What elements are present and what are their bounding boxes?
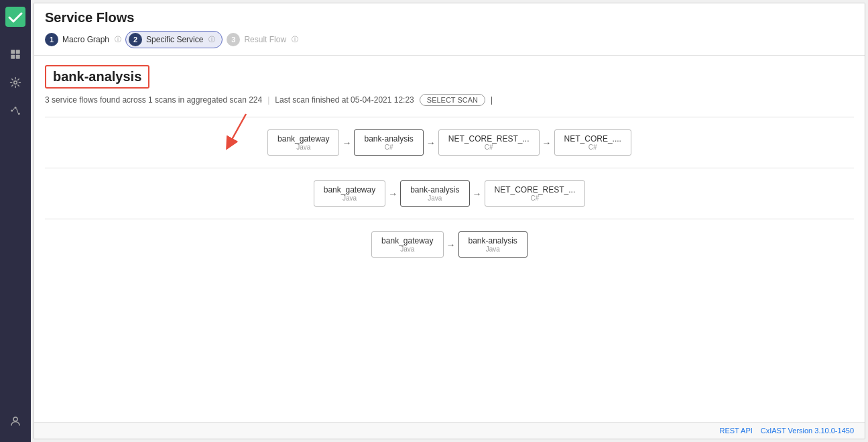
user-icon[interactable] [8,414,23,429]
last-scan-text: Last scan finished at 05-04-2021 12:23 [275,95,414,105]
node-bank-analysis-3[interactable]: bank-analysis Java [458,231,528,258]
step-1-macro-graph[interactable]: 1 Macro Graph ⓘ [45,33,121,46]
node-bank-gateway-1[interactable]: bank_gateway Java [267,129,339,156]
step-1-label: Macro Graph [62,35,109,44]
sidebar-bottom [8,407,23,435]
arrow-1-1: → [342,137,351,148]
flow-count-text: 3 service flows found across 1 scans in … [45,95,262,105]
select-scan-button[interactable]: SELECT SCAN [420,94,485,106]
flow-nodes-2: bank_gateway Java → bank-analysis Java →… [314,180,585,207]
step-2-specific-service[interactable]: 2 Specific Service ⓘ [125,31,223,48]
step-3-result-flow[interactable]: 3 Result Flow ⓘ [227,33,298,46]
arrow-1-2: → [426,137,436,148]
svg-point-8 [18,113,20,115]
flow-row-2: bank_gateway Java → bank-analysis Java →… [45,168,854,219]
node-bank-gateway-2[interactable]: bank_gateway Java [314,180,385,207]
svg-rect-2 [16,50,20,54]
arrow-1-3: → [542,137,552,148]
separator-2: | [491,95,493,105]
arrow-3-1: → [446,239,456,250]
sidebar [0,0,31,442]
flow-nodes-1: bank_gateway Java → bank-analysis C# → N… [267,129,631,156]
step-2-label: Specific Service [146,35,203,44]
flow-row-container-1: bank_gateway Java → bank-analysis C# → N… [45,117,854,168]
node-netcore-rest-1[interactable]: NET_CORE_REST_... C# [438,129,540,156]
node-bank-analysis-2[interactable]: bank-analysis Java [400,180,469,207]
svg-point-7 [15,107,17,109]
info-bar: 3 service flows found across 1 scans in … [45,94,854,106]
version-label: CxIAST Version 3.10.0-1450 [761,427,854,435]
page-footer: REST API CxIAST Version 3.10.0-1450 [34,422,865,439]
svg-line-10 [17,109,18,113]
svg-rect-4 [16,55,20,59]
step-1-circle: 1 [45,33,58,46]
node-netcore-1[interactable]: NET_CORE_.... C# [554,129,631,156]
settings-icon[interactable] [8,75,23,90]
svg-point-5 [14,81,17,85]
svg-rect-0 [5,7,25,27]
node-bank-gateway-3[interactable]: bank_gateway Java [371,231,443,258]
graph-icon[interactable] [8,103,23,118]
node-bank-analysis-1[interactable]: bank-analysis C# [354,129,423,156]
flow-row-1: bank_gateway Java → bank-analysis C# → N… [45,117,854,168]
step-1-info-icon: ⓘ [115,35,121,44]
svg-rect-1 [11,50,15,54]
rest-api-link[interactable]: REST API [719,427,752,435]
step-3-circle: 3 [227,33,240,46]
separator-1: | [267,95,269,105]
svg-line-9 [13,109,14,111]
step-2-info-icon: ⓘ [208,35,215,44]
step-3-info-icon: ⓘ [292,35,298,44]
step-2-circle: 2 [129,33,142,46]
svg-point-11 [13,417,17,421]
page-content: bank-analysis 3 service flows found acro… [34,56,865,422]
arrow-2-2: → [473,188,482,199]
page-title: Service Flows [45,10,854,25]
node-netcore-rest-2[interactable]: NET_CORE_REST_... C# [485,180,586,207]
main-content: Service Flows 1 Macro Graph ⓘ 2 Specific… [34,3,865,439]
step-3-label: Result Flow [244,35,286,44]
inventory-icon[interactable] [8,47,23,62]
svg-rect-3 [11,55,15,59]
service-name: bank-analysis [45,65,149,89]
arrow-2-1: → [388,188,397,199]
app-logo [5,7,25,27]
flow-nodes-3: bank_gateway Java → bank-analysis Java [371,231,528,258]
svg-point-6 [11,110,13,112]
steps-nav: 1 Macro Graph ⓘ 2 Specific Service ⓘ 3 R… [45,31,854,55]
page-header: Service Flows 1 Macro Graph ⓘ 2 Specific… [34,3,865,56]
flow-row-3: bank_gateway Java → bank-analysis Java [45,219,854,270]
